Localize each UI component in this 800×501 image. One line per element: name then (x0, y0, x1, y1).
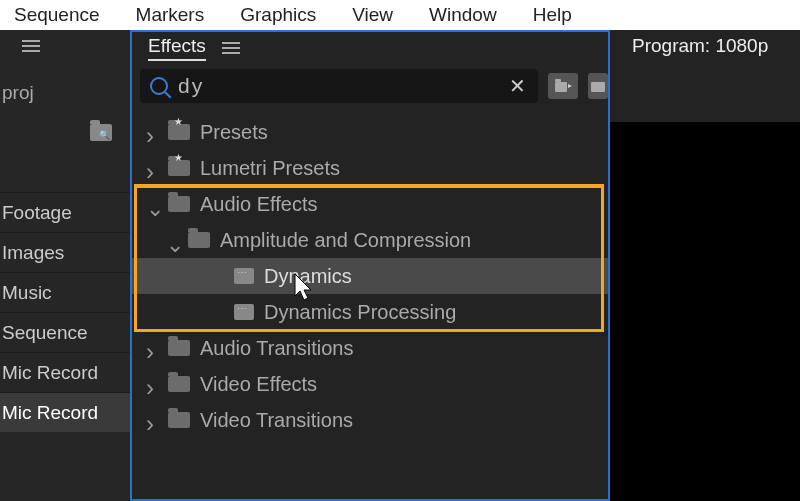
effect-preset-icon (234, 304, 254, 320)
bin-list: Footage Images Music Sequence Mic Record… (0, 192, 130, 432)
tree-row-label: Dynamics Processing (264, 301, 456, 324)
effects-panel-header: Effects (132, 32, 608, 64)
folder-icon (168, 196, 190, 212)
bin-small-icon (554, 79, 572, 93)
effects-tree: PresetsLumetri PresetsAudio EffectsAmpli… (132, 108, 608, 499)
chevron-right-icon[interactable] (146, 126, 158, 138)
tree-row-dynamics[interactable]: Dynamics (132, 258, 608, 294)
application-menubar: Sequence Markers Graphics View Window He… (0, 0, 800, 30)
bin-images[interactable]: Images (0, 232, 130, 272)
bin-footage[interactable]: Footage (0, 192, 130, 232)
program-monitor-title[interactable]: Program: 1080p (610, 30, 800, 62)
chevron-down-icon[interactable] (146, 198, 158, 210)
tree-row-lumetri-presets[interactable]: Lumetri Presets (132, 150, 608, 186)
folder-icon (188, 232, 210, 248)
chevron-down-icon[interactable] (166, 234, 178, 246)
folder-icon (168, 376, 190, 392)
tree-row-audio-transitions[interactable]: Audio Transitions (132, 330, 608, 366)
program-monitor-viewport[interactable] (610, 122, 800, 501)
chevron-right-icon[interactable] (146, 162, 158, 174)
tree-row-audio-effects[interactable]: Audio Effects (132, 186, 608, 222)
tree-row-label: Presets (200, 121, 268, 144)
tree-row-presets[interactable]: Presets (132, 114, 608, 150)
tree-row-video-transitions[interactable]: Video Transitions (132, 402, 608, 438)
clear-search-icon[interactable]: ✕ (507, 74, 528, 98)
tree-row-dynamics-processing[interactable]: Dynamics Processing (132, 294, 608, 330)
effects-search-row: ✕ (132, 64, 608, 108)
project-panel: proj Footage Images Music Sequence Mic R… (0, 30, 130, 501)
find-bin-icon[interactable] (90, 124, 112, 141)
new-bin-row (0, 112, 130, 152)
program-monitor-panel: Program: 1080p (610, 30, 800, 501)
tree-row-label: Video Effects (200, 373, 317, 396)
project-name-label: proj (0, 62, 130, 112)
effects-panel: Effects ✕ (130, 30, 610, 501)
chevron-right-icon[interactable] (146, 378, 158, 390)
effects-panel-menu-icon[interactable] (222, 42, 240, 54)
svg-rect-0 (555, 82, 567, 92)
new-bin-button[interactable] (548, 73, 578, 99)
tree-row-label: Dynamics (264, 265, 352, 288)
menu-markers[interactable]: Markers (132, 1, 209, 29)
menu-graphics[interactable]: Graphics (236, 1, 320, 29)
effects-panel-title[interactable]: Effects (148, 35, 206, 61)
tree-row-label: Video Transitions (200, 409, 353, 432)
bin-sequences[interactable]: Sequence (0, 312, 130, 352)
tree-row-amplitude-and-compression[interactable]: Amplitude and Compression (132, 222, 608, 258)
tree-row-label: Amplitude and Compression (220, 229, 471, 252)
project-panel-menu-row (0, 30, 130, 62)
menu-view[interactable]: View (348, 1, 397, 29)
preset-folder-icon (168, 124, 190, 140)
chevron-right-icon[interactable] (146, 342, 158, 354)
effects-search-input[interactable] (178, 74, 497, 98)
tree-row-label: Audio Transitions (200, 337, 353, 360)
main-area: proj Footage Images Music Sequence Mic R… (0, 30, 800, 501)
bin-music[interactable]: Music (0, 272, 130, 312)
menu-sequence[interactable]: Sequence (10, 1, 104, 29)
folder-icon (168, 412, 190, 428)
menu-window[interactable]: Window (425, 1, 501, 29)
folder-small-icon (591, 80, 605, 92)
effect-preset-icon (234, 268, 254, 284)
chevron-right-icon[interactable] (146, 414, 158, 426)
tree-row-video-effects[interactable]: Video Effects (132, 366, 608, 402)
hamburger-icon[interactable] (22, 40, 40, 52)
preset-folder-icon (168, 160, 190, 176)
menu-help[interactable]: Help (529, 1, 576, 29)
folder-small-button[interactable] (588, 73, 608, 99)
search-icon (150, 77, 168, 95)
svg-rect-3 (591, 82, 605, 92)
svg-rect-1 (555, 79, 561, 82)
folder-icon (168, 340, 190, 356)
bin-mic-recording-2[interactable]: Mic Record (0, 392, 130, 432)
tree-row-label: Audio Effects (200, 193, 317, 216)
svg-marker-2 (568, 84, 572, 88)
effects-search-box[interactable]: ✕ (140, 69, 538, 103)
tree-row-label: Lumetri Presets (200, 157, 340, 180)
bin-mic-recording-1[interactable]: Mic Record (0, 352, 130, 392)
